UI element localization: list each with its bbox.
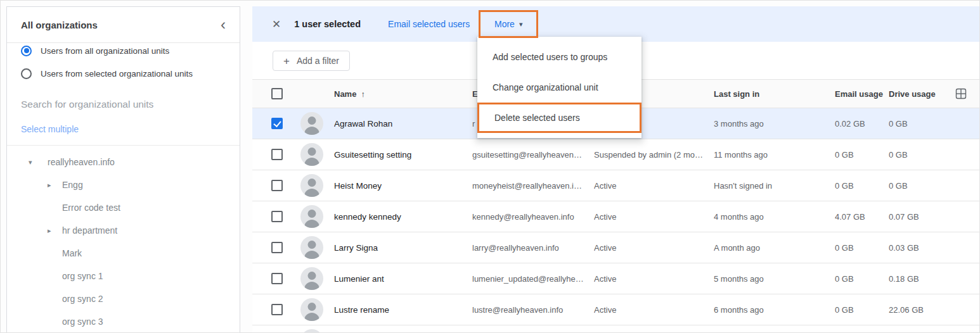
radio-label: Users from all organizational units xyxy=(41,46,169,56)
user-avatar xyxy=(300,329,323,333)
sort-ascending-icon: ↑ xyxy=(361,89,365,99)
organizations-panel-header: All organizations ‹ xyxy=(7,7,240,43)
table-row[interactable]: Heist Money moneyheist@reallyheaven.i… A… xyxy=(252,170,980,201)
manage-columns-icon[interactable] xyxy=(955,87,967,100)
org-unit-tree: ▾ reallyheaven.info ▸ Engg Error code te… xyxy=(7,146,240,333)
chevron-right-icon[interactable]: ▸ xyxy=(48,181,51,189)
user-status: Active xyxy=(594,243,714,253)
org-unit-search-input[interactable] xyxy=(21,99,217,110)
more-button-label: More xyxy=(494,19,515,29)
user-status: Active xyxy=(594,274,714,284)
user-drive-usage: 0.18 GB xyxy=(889,274,941,284)
radio-users-all-ou[interactable]: Users from all organizational units xyxy=(21,43,226,58)
chevron-down-icon: ▾ xyxy=(519,20,523,28)
header-drive-usage[interactable]: Drive usage xyxy=(889,89,941,99)
tree-item-org-sync-2[interactable]: org sync 2 xyxy=(7,287,240,310)
selection-bar: ✕ 1 user selected Email selected users M… xyxy=(252,6,980,42)
row-checkbox[interactable] xyxy=(271,180,283,191)
row-checkbox[interactable] xyxy=(271,211,283,222)
table-row[interactable]: Lustre rename lustre@reallyheaven.info A… xyxy=(252,294,980,325)
menu-item-delete-selected-users[interactable]: Delete selected users xyxy=(477,103,642,133)
header-email-usage[interactable]: Email usage xyxy=(835,89,889,99)
header-email-usage-label: Email usage xyxy=(835,89,883,99)
user-drive-usage: 0 GB xyxy=(889,181,941,191)
user-avatar xyxy=(300,236,323,259)
user-name[interactable]: Lustre rename xyxy=(334,305,472,315)
table-row[interactable]: Gsuitesetting setting gsuitesetting@real… xyxy=(252,139,980,170)
user-last-sign-in: A month ago xyxy=(714,243,835,253)
user-status: Active xyxy=(594,305,714,315)
chevron-right-icon[interactable]: ▸ xyxy=(48,227,51,235)
plus-icon: + xyxy=(283,56,290,66)
add-filter-label: Add a filter xyxy=(297,56,339,66)
tree-item-label: Engg xyxy=(62,180,83,190)
collapse-panel-icon[interactable]: ‹ xyxy=(217,17,229,32)
close-icon[interactable]: ✕ xyxy=(272,18,281,31)
menu-item-change-org-unit[interactable]: Change organizational unit xyxy=(477,72,642,103)
row-checkbox[interactable] xyxy=(271,118,283,129)
user-last-sign-in: Hasn't signed in xyxy=(714,181,835,191)
user-email-usage: 0 GB xyxy=(835,305,889,315)
user-name[interactable]: Gsuitesetting setting xyxy=(334,150,472,160)
organizations-panel: All organizations ‹ Users from all organ… xyxy=(6,6,240,333)
user-name[interactable]: kennedy kennedy xyxy=(334,212,472,222)
users-panel: ✕ 1 user selected Email selected users M… xyxy=(252,6,980,333)
user-email-usage: 0 GB xyxy=(835,181,889,191)
row-checkbox[interactable] xyxy=(271,273,283,284)
tree-item-org-sync-1[interactable]: org sync 1 xyxy=(7,265,240,287)
user-name[interactable]: Larry Signa xyxy=(334,243,472,253)
header-last-sign-in[interactable]: Last sign in xyxy=(714,89,835,99)
table-row[interactable]: Larry Signa larry@reallyheaven.info Acti… xyxy=(252,232,980,263)
user-drive-usage: 0 GB xyxy=(889,119,941,129)
row-checkbox[interactable] xyxy=(271,304,283,315)
table-row[interactable]: kennedy kennedy kennedy@reallyheaven.inf… xyxy=(252,201,980,232)
radio-unselected-icon[interactable] xyxy=(21,68,32,79)
tree-item-hr-department[interactable]: ▸ hr department xyxy=(7,219,240,242)
user-drive-usage: 22.06 GB xyxy=(889,305,941,315)
header-name[interactable]: Name ↑ xyxy=(334,89,472,99)
row-checkbox[interactable] xyxy=(271,149,283,160)
user-name[interactable]: Agrawal Rohan xyxy=(334,119,472,129)
user-email: kennedy@reallyheaven.info xyxy=(472,212,594,222)
user-email: moneyheist@reallyheaven.i… xyxy=(472,181,594,191)
tree-item-mark[interactable]: Mark xyxy=(7,242,240,265)
tree-item-label: hr department xyxy=(62,225,117,236)
user-avatar xyxy=(300,205,323,228)
email-selected-users-button[interactable]: Email selected users xyxy=(388,19,470,29)
more-button[interactable]: More ▾ xyxy=(479,10,538,38)
user-email: larry@reallyheaven.info xyxy=(472,243,594,253)
radio-selected-icon[interactable] xyxy=(21,46,32,56)
table-row[interactable]: Lumenier ant lumenier_updated@reallyhe… … xyxy=(252,263,980,294)
user-email-usage: 0 GB xyxy=(835,243,889,253)
user-name[interactable]: Heist Money xyxy=(334,181,472,191)
user-status: Active xyxy=(594,212,714,222)
tree-item-label: Error code test xyxy=(62,203,120,213)
menu-item-add-to-groups[interactable]: Add selected users to groups xyxy=(477,42,642,72)
panel-title: All organizations xyxy=(21,20,217,30)
tree-item-label: org sync 1 xyxy=(62,271,103,281)
tree-root-label: reallyheaven.info xyxy=(48,157,115,167)
select-multiple-link[interactable]: Select multiple xyxy=(21,124,226,134)
radio-users-selected-ou[interactable]: Users from selected organizational units xyxy=(21,66,226,81)
tree-item-label: org sync 3 xyxy=(62,317,103,327)
user-avatar xyxy=(300,143,323,166)
user-avatar xyxy=(300,174,323,197)
user-last-sign-in: 6 months ago xyxy=(714,305,835,315)
user-email-usage: 0.02 GB xyxy=(835,119,889,129)
tree-item-error-code-test[interactable]: Error code test xyxy=(7,196,240,219)
tree-root-item[interactable]: ▾ reallyheaven.info xyxy=(7,151,240,173)
row-checkbox[interactable] xyxy=(271,242,283,253)
tree-item-org-sync-3[interactable]: org sync 3 xyxy=(7,310,240,333)
user-last-sign-in: 3 months ago xyxy=(714,119,835,129)
add-filter-button[interactable]: + Add a filter xyxy=(273,51,350,71)
user-name[interactable]: Lumenier ant xyxy=(334,274,472,284)
select-all-checkbox[interactable] xyxy=(271,88,283,99)
user-drive-usage: 0 GB xyxy=(889,150,941,160)
user-last-sign-in: 5 months ago xyxy=(714,274,835,284)
user-email-usage: 0 GB xyxy=(835,274,889,284)
header-drive-usage-label: Drive usage xyxy=(889,89,936,99)
tree-item-engg[interactable]: ▸ Engg xyxy=(7,173,240,196)
header-tools-cell xyxy=(941,87,980,100)
chevron-down-icon[interactable]: ▾ xyxy=(29,158,32,166)
user-last-sign-in: 11 months ago xyxy=(714,150,835,160)
